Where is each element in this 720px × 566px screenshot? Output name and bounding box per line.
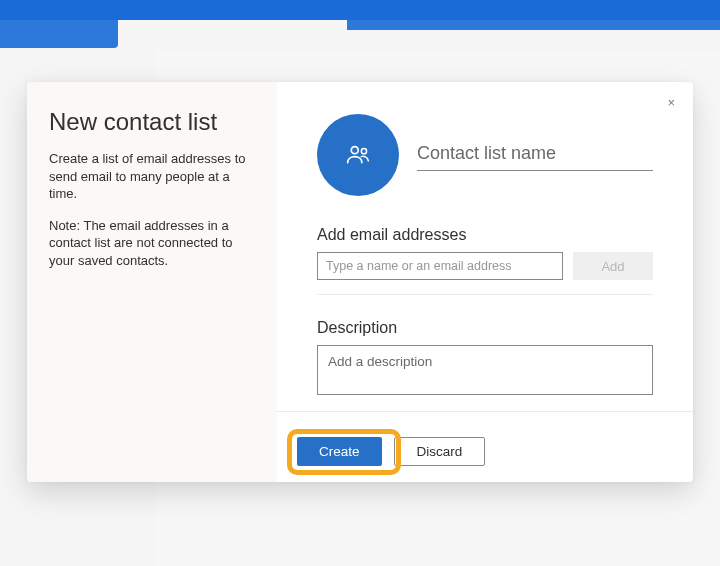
modal-info-panel: New contact list Create a list of email … (27, 82, 277, 482)
emails-label: Add email addresses (317, 226, 653, 244)
new-contact-list-modal: New contact list Create a list of email … (27, 82, 693, 482)
svg-point-0 (351, 147, 358, 154)
contact-list-name-input[interactable] (417, 139, 653, 171)
modal-footer: Create Discard (297, 437, 485, 466)
create-button[interactable]: Create (297, 437, 382, 466)
list-header-row (317, 114, 653, 196)
footer-divider (277, 411, 693, 412)
modal-intro-text: Create a list of email addresses to send… (49, 150, 255, 203)
contact-list-avatar (317, 114, 399, 196)
add-email-button[interactable]: Add (573, 252, 653, 280)
modal-form-panel: × Add email addresses Add Descript (277, 82, 693, 482)
close-icon: × (667, 95, 675, 110)
close-button[interactable]: × (665, 94, 677, 111)
emails-input-row: Add (317, 252, 653, 280)
section-divider (317, 294, 653, 295)
email-address-input[interactable] (317, 252, 563, 280)
modal-note-text: Note: The email addresses in a contact l… (49, 217, 255, 270)
emails-section: Add email addresses Add (317, 226, 653, 295)
discard-button[interactable]: Discard (394, 437, 486, 466)
modal-title: New contact list (49, 108, 255, 136)
description-label: Description (317, 319, 653, 337)
description-input[interactable] (317, 345, 653, 395)
svg-point-1 (361, 149, 366, 154)
description-section: Description (317, 319, 653, 399)
people-icon (345, 142, 371, 168)
